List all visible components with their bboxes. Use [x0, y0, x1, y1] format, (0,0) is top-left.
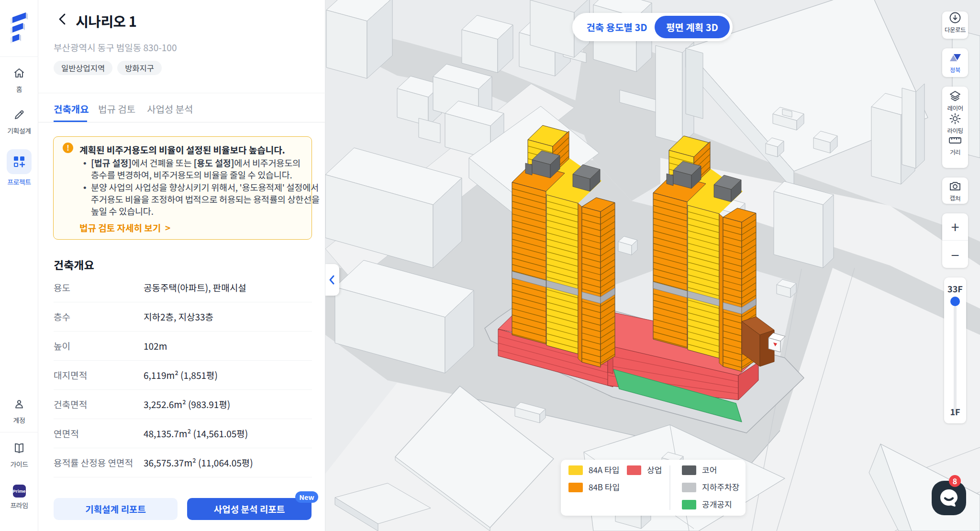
svg-text:공개공지: 공개공지	[702, 498, 732, 510]
svg-text:코어: 코어	[702, 464, 717, 476]
svg-text:84B 타입: 84B 타입	[589, 481, 620, 493]
svg-text:84A 타입: 84A 타입	[589, 464, 619, 476]
svg-text:상업: 상업	[647, 464, 662, 476]
svg-text:지하주차장: 지하주차장	[702, 481, 740, 493]
